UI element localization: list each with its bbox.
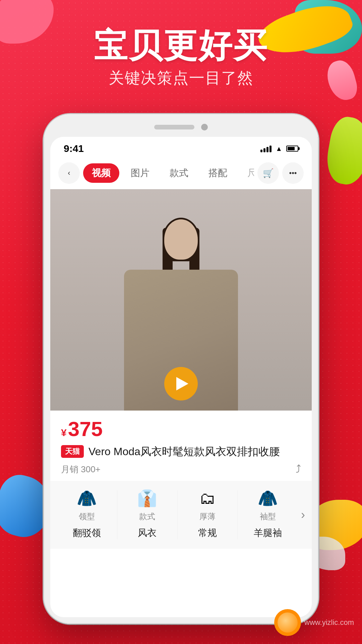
- status-time: 9:41: [64, 143, 84, 154]
- nav-tabs: ‹ 视频 图片 款式 搭配 尺码 🛒 •••: [50, 157, 312, 189]
- wifi-icon: ▲: [276, 145, 282, 153]
- battery-fill: [288, 147, 295, 150]
- phone-camera: [201, 124, 208, 130]
- sleeve-value: 羊腿袖: [254, 527, 282, 539]
- feature-card-style[interactable]: 👔 款式 风衣: [117, 490, 178, 539]
- style-icon: 👔: [137, 490, 157, 506]
- product-image-area[interactable]: [50, 189, 312, 411]
- feature-card-collar[interactable]: 🧥 领型 翻驳领: [57, 490, 117, 539]
- phone-screen: 9:41 ▲ ‹ 视频 图片 款式: [50, 137, 312, 617]
- signal-bar-1: [260, 150, 262, 152]
- tab-style[interactable]: 款式: [161, 163, 197, 183]
- sleeve-icon: 🧥: [258, 490, 278, 506]
- style-value: 风衣: [138, 527, 157, 539]
- product-title-row: 天猫 Vero Moda风衣时髦短款风衣双排扣收腰: [61, 444, 301, 459]
- tab-picture[interactable]: 图片: [122, 163, 158, 183]
- tab-video[interactable]: 视频: [83, 163, 119, 183]
- tab-size[interactable]: 尺码: [239, 163, 254, 183]
- price-row: ¥ 375: [61, 419, 301, 439]
- status-icons: ▲: [260, 145, 298, 153]
- more-button[interactable]: •••: [282, 162, 304, 184]
- battery-icon: [286, 146, 298, 152]
- watermark-text: www.yizlic.com: [304, 618, 354, 627]
- price-value: 375: [68, 419, 103, 439]
- signal-bars-icon: [260, 145, 272, 152]
- sleeve-name: 袖型: [260, 511, 276, 522]
- header-section: 宝贝更好买 关键决策点一目了然: [0, 27, 362, 89]
- signal-bar-4: [269, 146, 272, 152]
- phone-mockup: 9:41 ▲ ‹ 视频 图片 款式: [44, 114, 318, 624]
- feature-card-thickness[interactable]: 🗂 厚薄 常规: [178, 490, 238, 539]
- features-more-arrow[interactable]: ›: [298, 508, 305, 522]
- watermark-orange-circle: [278, 612, 298, 633]
- thickness-icon: 🗂: [199, 490, 216, 506]
- play-button[interactable]: [164, 367, 198, 400]
- play-triangle-icon: [176, 377, 188, 390]
- monthly-sales: 月销 300+: [61, 464, 101, 475]
- main-title: 宝贝更好买: [0, 27, 362, 64]
- back-icon: ‹: [68, 169, 70, 177]
- signal-bar-2: [263, 148, 265, 152]
- watermark-logo: [274, 609, 301, 636]
- back-button[interactable]: ‹: [58, 162, 80, 184]
- signal-bar-3: [266, 147, 268, 152]
- sales-share-row: 月销 300+ ⤴: [61, 463, 301, 476]
- share-icon[interactable]: ⤴: [296, 463, 301, 476]
- style-name: 款式: [139, 511, 155, 522]
- tmall-badge: 天猫: [61, 445, 84, 458]
- tab-match[interactable]: 搭配: [200, 163, 236, 183]
- phone-top-bar: [44, 114, 318, 137]
- feature-card-sleeve[interactable]: 🧥 袖型 羊腿袖: [238, 490, 298, 539]
- status-bar: 9:41 ▲: [50, 137, 312, 157]
- feature-cards: 🧥 领型 翻驳领 👔 款式 风衣 🗂 厚薄 常规 🧥 袖型 羊腿袖 ›: [50, 481, 312, 549]
- price-yuan-symbol: ¥: [61, 427, 67, 438]
- sub-title: 关键决策点一目了然: [0, 68, 362, 89]
- price-section: ¥ 375 天猫 Vero Moda风衣时髦短款风衣双排扣收腰 月销 300+ …: [50, 411, 312, 481]
- collar-icon: 🧥: [77, 490, 97, 506]
- collar-name: 领型: [79, 511, 95, 522]
- model-head: [164, 219, 198, 260]
- phone-speaker: [154, 125, 194, 129]
- more-icon: •••: [289, 169, 297, 177]
- cart-icon: 🛒: [263, 168, 274, 178]
- cart-button[interactable]: 🛒: [257, 162, 279, 184]
- watermark: www.yizlic.com: [274, 609, 354, 636]
- nav-tab-scroll: 视频 图片 款式 搭配 尺码: [83, 163, 254, 183]
- thickness-value: 常规: [198, 527, 217, 539]
- thickness-name: 厚薄: [199, 511, 216, 522]
- collar-value: 翻驳领: [73, 527, 101, 539]
- product-title: Vero Moda风衣时髦短款风衣双排扣收腰: [88, 444, 280, 459]
